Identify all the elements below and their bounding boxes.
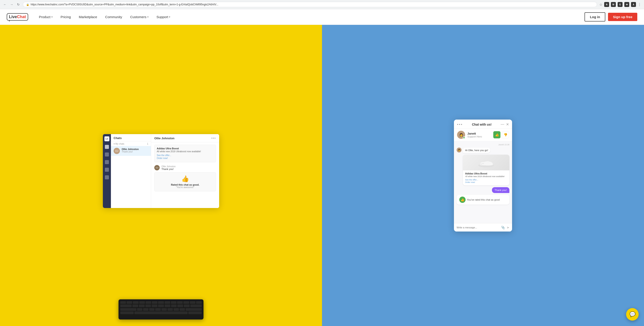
product-name: Adidas Ultra Boost <box>157 147 214 150</box>
shoe-illustration <box>477 157 495 168</box>
key <box>177 301 183 304</box>
nav-community[interactable]: Community <box>101 9 126 25</box>
back-button[interactable]: ← <box>3 2 7 7</box>
key <box>126 301 132 304</box>
login-button[interactable]: Log in <box>584 12 605 22</box>
close-icon[interactable]: ✕ <box>506 122 509 126</box>
key <box>145 304 151 307</box>
minimize-icon[interactable]: — <box>501 122 504 126</box>
message-area: Adidas Ultra Boost All white new 2018 Ul… <box>151 142 219 208</box>
key <box>155 308 160 311</box>
widget-header: ••• Chat with us! — ✕ <box>454 120 512 128</box>
nav-pricing[interactable]: Pricing <box>56 9 75 25</box>
product-image <box>463 155 510 171</box>
key <box>164 301 170 304</box>
nav-marketplace[interactable]: Marketplace <box>75 9 101 25</box>
chat-list-item[interactable]: OJ Ollie Johnston Thank you! <box>111 146 151 156</box>
nav-customers[interactable]: Customers ▾ <box>126 9 152 25</box>
key <box>139 301 145 304</box>
chat-detail-header: Ollie Johnston ••• <box>151 134 219 142</box>
browser-actions: ☆ N M G ✉ A ⋮ <box>599 2 641 7</box>
key <box>158 301 164 304</box>
agent-sidebar: LC <box>103 134 111 208</box>
customer-message: OJ Ollie Johnston Thank you! <box>154 165 216 171</box>
menu-icon[interactable]: ⋮ <box>638 3 641 7</box>
key <box>120 311 134 314</box>
hero-left-panel: LC Chats ▾ My chats 1 OJ O <box>0 25 322 326</box>
rating-quote: "You're awesome!" <box>157 186 213 189</box>
key <box>180 308 185 311</box>
chevron-down-icon: ▾ <box>52 16 52 18</box>
nav-actions: Log in Sign up free <box>584 12 637 22</box>
key <box>132 304 138 307</box>
browser-chrome: ← → ↻ 🔒 https://www.livechatinc.com/?a=P… <box>0 0 644 9</box>
ext-m[interactable]: M <box>611 2 616 7</box>
send-icon[interactable]: ➤ <box>507 226 510 229</box>
bookmark-icon[interactable]: ☆ <box>599 3 602 7</box>
nav-links: Product ▾ Pricing Marketplace Community … <box>35 9 584 25</box>
url-text: https://www.livechatinc.com/?a=PVDCS9SU0… <box>31 3 218 6</box>
customer-bubble-wrap: Thank you! <box>456 187 510 193</box>
greeting-text: Hi Ollie, here you go! <box>463 147 490 153</box>
keyboard-illustration <box>118 299 204 319</box>
logo[interactable]: LiveChat <box>7 13 28 21</box>
agent-logo: LC <box>104 136 109 141</box>
key <box>133 301 138 304</box>
widget-order-now-link[interactable]: Order now! <box>465 181 507 183</box>
rating-card: 👍 Rated this chat as good. "You're aweso… <box>154 172 216 192</box>
product-desc: All white new 2018 Ultraboost now availa… <box>157 150 214 153</box>
ext-g[interactable]: G <box>618 2 622 7</box>
chevron-down-icon-customers: ▾ <box>147 16 148 18</box>
ext-a[interactable]: A <box>631 2 636 7</box>
chats-section: ▾ My chats 1 <box>111 141 151 146</box>
address-bar[interactable]: 🔒 https://www.livechatinc.com/?a=PVDCS9S… <box>23 2 597 7</box>
ext-n[interactable]: N <box>604 2 609 7</box>
online-status-dot <box>463 136 465 139</box>
rated-message: 👍 You've rated this chat as good <box>456 195 510 205</box>
more-options-icon[interactable]: ••• <box>211 136 216 140</box>
key <box>152 304 158 307</box>
widget-agent-avatar: 👩 <box>457 131 465 139</box>
widget-title: Chat with us! <box>463 123 501 126</box>
see-offer-link[interactable]: See the offer... <box>157 154 214 156</box>
key <box>171 304 177 307</box>
product-card-agent: Adidas Ultra Boost All white new 2018 Ul… <box>154 145 216 162</box>
chevron-down-icon-support: ▾ <box>169 16 170 18</box>
floating-chat-button[interactable]: 💬 <box>626 308 639 321</box>
attach-icon[interactable]: 📎 <box>501 226 505 229</box>
widget-controls: — ✕ <box>501 122 509 126</box>
ext-mail[interactable]: ✉ <box>624 2 629 7</box>
order-now-link[interactable]: Order now! <box>157 157 214 159</box>
key <box>146 301 151 304</box>
agent-ui-mockup: LC Chats ▾ My chats 1 OJ O <box>103 134 219 208</box>
chats-panel-header: Chats <box>111 134 151 141</box>
key <box>120 301 126 304</box>
signup-button[interactable]: Sign up free <box>608 13 637 21</box>
reload-button[interactable]: ↻ <box>16 2 20 7</box>
widget-product-desc: All white new 2018 ultraboost now availa… <box>465 175 507 178</box>
key <box>177 304 183 307</box>
widget-menu-dots[interactable]: ••• <box>457 122 463 126</box>
key <box>190 301 196 304</box>
widget-message-input[interactable] <box>456 226 499 229</box>
chat-preview: Thank you! <box>122 150 148 153</box>
chat-detail-panel: Ollie Johnston ••• Adidas Ultra Boost Al… <box>151 134 219 208</box>
nav-support[interactable]: Support ▾ <box>152 9 174 25</box>
customer-name: Ollie Johnston <box>162 165 176 168</box>
chat-bubble-icon: 💬 <box>630 311 636 317</box>
product-card-body: Adidas Ultra Boost All white new 2018 ul… <box>463 171 510 185</box>
customer-avatar: OJ <box>154 165 160 171</box>
widget-agent-name: Janett <box>467 132 491 135</box>
widget-input-bar: 📎 ➤ <box>454 223 512 232</box>
widget-see-offer-link[interactable]: See the offer... <box>465 179 507 181</box>
key <box>149 308 154 311</box>
widget-product-name: Adidas Ultra Boost <box>465 172 507 175</box>
customer-msg-text: Thank you! <box>162 168 176 171</box>
thumbs-down-button[interactable]: 👎 <box>502 131 509 138</box>
thumbs-up-button[interactable]: 👍 <box>493 131 500 138</box>
forward-button[interactable]: → <box>10 2 14 7</box>
spacebar <box>134 311 188 314</box>
rated-text: You've rated this chat as good <box>467 198 500 201</box>
nav-product[interactable]: Product ▾ <box>35 9 56 25</box>
key <box>137 308 142 311</box>
